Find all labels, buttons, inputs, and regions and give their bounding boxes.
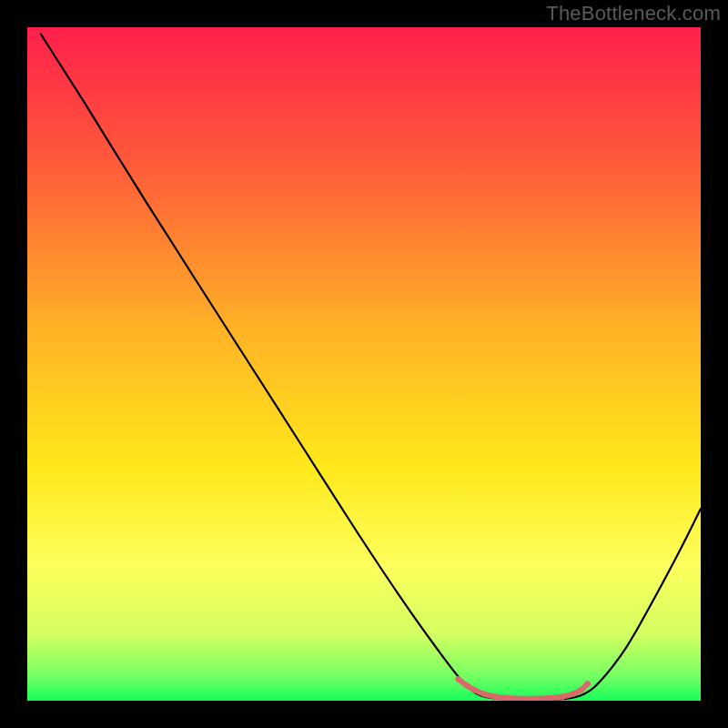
bottleneck-chart (27, 27, 701, 701)
svg-point-12 (584, 681, 590, 686)
svg-point-11 (578, 687, 583, 693)
svg-point-2 (471, 687, 477, 693)
svg-point-5 (506, 695, 511, 701)
svg-point-4 (492, 693, 498, 699)
svg-point-10 (570, 691, 575, 696)
watermark-text: TheBottleneck.com (546, 2, 721, 25)
svg-point-0 (455, 676, 460, 682)
svg-point-3 (481, 691, 487, 696)
svg-point-1 (463, 682, 469, 688)
gradient-background (27, 27, 701, 701)
svg-point-8 (546, 695, 551, 701)
chart-container: TheBottleneck.com (0, 0, 728, 728)
svg-point-9 (560, 693, 565, 699)
